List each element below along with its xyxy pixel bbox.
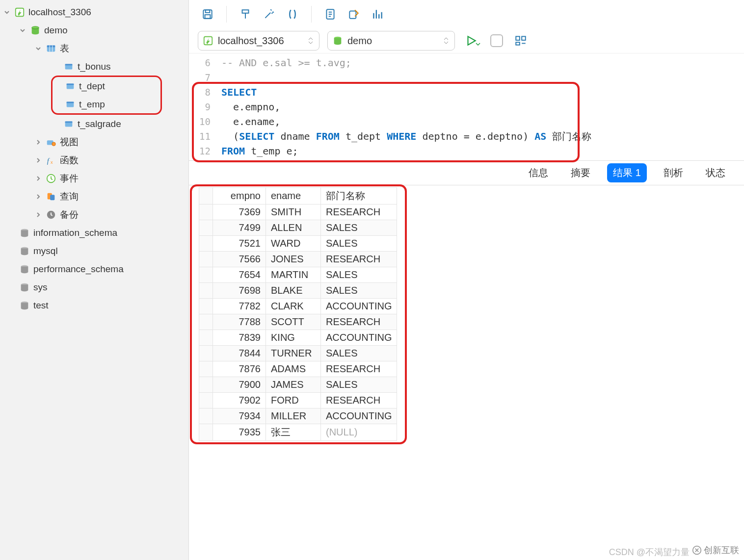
table-cell[interactable]: 7900 xyxy=(213,377,266,393)
tree-backups-folder[interactable]: 备份 xyxy=(0,205,188,224)
column-header[interactable]: empno xyxy=(213,188,266,204)
table-cell[interactable]: 张三 xyxy=(266,424,321,441)
tree-table-item[interactable]: t_bonus xyxy=(0,57,188,76)
table-cell[interactable]: ACCOUNTING xyxy=(321,408,397,424)
table-cell[interactable]: ADAMS xyxy=(266,361,321,377)
table-cell[interactable]: 7654 xyxy=(213,267,266,283)
tree-functions-folder[interactable]: fx 函数 xyxy=(0,151,188,169)
table-cell[interactable]: MARTIN xyxy=(266,267,321,283)
table-cell[interactable]: 7876 xyxy=(213,361,266,377)
table-row[interactable]: 7698BLAKESALES xyxy=(199,283,397,299)
table-cell[interactable]: 7521 xyxy=(213,236,266,252)
beautify-button[interactable] xyxy=(259,4,279,24)
tree-database[interactable]: performance_schema xyxy=(0,260,188,278)
connection-selector[interactable]: localhost_3306 xyxy=(198,31,319,51)
save-button[interactable] xyxy=(198,4,217,24)
tab-info[interactable]: 信息 xyxy=(523,163,554,182)
tab-summary[interactable]: 摘要 xyxy=(565,163,596,182)
table-cell[interactable]: SALES xyxy=(321,377,397,393)
table-cell[interactable]: RESEARCH xyxy=(321,252,397,267)
tree-database[interactable]: demo xyxy=(0,21,188,39)
table-cell[interactable]: 7698 xyxy=(213,283,266,299)
table-row[interactable]: 7839KINGACCOUNTING xyxy=(199,330,397,346)
table-cell[interactable]: 7788 xyxy=(213,314,266,330)
table-row[interactable]: 7876ADAMSRESEARCH xyxy=(199,361,397,377)
table-cell[interactable]: ALLEN xyxy=(266,220,321,236)
stop-button[interactable] xyxy=(490,34,503,47)
tree-connection[interactable]: localhost_3306 xyxy=(0,3,188,21)
explain-button[interactable] xyxy=(320,4,340,24)
parentheses-button[interactable] xyxy=(283,4,302,24)
tab-result[interactable]: 结果 1 xyxy=(607,163,647,182)
format-button[interactable] xyxy=(236,4,255,24)
table-cell[interactable]: 7934 xyxy=(213,408,266,424)
table-cell[interactable]: 7839 xyxy=(213,330,266,346)
tree-database[interactable]: information_schema xyxy=(0,224,188,242)
table-row[interactable]: 7935张三(NULL) xyxy=(199,424,397,441)
table-row[interactable]: 7782CLARKACCOUNTING xyxy=(199,299,397,314)
table-row[interactable]: 7369SMITHRESEARCH xyxy=(199,204,397,220)
export-button[interactable] xyxy=(344,4,364,24)
table-row[interactable]: 7499ALLENSALES xyxy=(199,220,397,236)
table-cell[interactable]: RESEARCH xyxy=(321,204,397,220)
table-row[interactable]: 7902FORDRESEARCH xyxy=(199,393,397,408)
chart-button[interactable] xyxy=(368,4,387,24)
table-row[interactable]: 7788SCOTTRESEARCH xyxy=(199,314,397,330)
table-cell[interactable]: SALES xyxy=(321,346,397,361)
table-cell[interactable]: 7902 xyxy=(213,393,266,408)
tree-database[interactable]: test xyxy=(0,296,188,314)
table-row[interactable]: 7934MILLERACCOUNTING xyxy=(199,408,397,424)
tree-tables-folder[interactable]: 表 xyxy=(0,39,188,57)
table-cell[interactable]: SALES xyxy=(321,267,397,283)
table-cell[interactable]: 7844 xyxy=(213,346,266,361)
table-cell[interactable]: SALES xyxy=(321,283,397,299)
table-cell[interactable]: CLARK xyxy=(266,299,321,314)
table-row[interactable]: 7844TURNERSALES xyxy=(199,346,397,361)
tree-table-item[interactable]: t_salgrade xyxy=(0,115,188,133)
table-cell[interactable]: RESEARCH xyxy=(321,361,397,377)
table-cell[interactable]: FORD xyxy=(266,393,321,408)
table-cell[interactable]: 7369 xyxy=(213,204,266,220)
table-cell[interactable]: 7782 xyxy=(213,299,266,314)
table-row[interactable]: 7521WARDSALES xyxy=(199,236,397,252)
table-cell[interactable]: RESEARCH xyxy=(321,393,397,408)
tab-profile[interactable]: 剖析 xyxy=(658,163,689,182)
table-row[interactable]: 7900JAMESSALES xyxy=(199,377,397,393)
table-cell[interactable]: KING xyxy=(266,330,321,346)
column-header[interactable]: 部门名称 xyxy=(321,188,397,204)
column-header[interactable]: ename xyxy=(266,188,321,204)
tree-events-folder[interactable]: 事件 xyxy=(0,169,188,187)
table-cell[interactable]: ACCOUNTING xyxy=(321,330,397,346)
table-cell[interactable]: SCOTT xyxy=(266,314,321,330)
table-cell[interactable]: 7566 xyxy=(213,252,266,267)
layout-button[interactable] xyxy=(511,31,531,51)
table-cell[interactable]: SALES xyxy=(321,220,397,236)
table-cell[interactable]: SALES xyxy=(321,236,397,252)
tree-views-folder[interactable]: 视图 xyxy=(0,133,188,151)
table-cell[interactable]: (NULL) xyxy=(321,424,397,441)
table-cell[interactable]: JONES xyxy=(266,252,321,267)
table-cell[interactable]: SMITH xyxy=(266,204,321,220)
run-button[interactable] xyxy=(463,31,482,51)
table-cell[interactable]: TURNER xyxy=(266,346,321,361)
table-row[interactable]: 7566JONESRESEARCH xyxy=(199,252,397,267)
results-table[interactable]: empnoename部门名称7369SMITHRESEARCH7499ALLEN… xyxy=(199,187,397,441)
tree-database[interactable]: sys xyxy=(0,278,188,296)
tree-database[interactable]: mysql xyxy=(0,242,188,260)
tree-table-item[interactable]: t_emp xyxy=(53,95,160,113)
database-selector[interactable]: demo xyxy=(327,31,455,51)
table-cell[interactable]: WARD xyxy=(266,236,321,252)
table-row[interactable]: 7654MARTINSALES xyxy=(199,267,397,283)
table-cell[interactable]: RESEARCH xyxy=(321,314,397,330)
tree-table-item[interactable]: t_dept xyxy=(53,77,160,95)
tree-queries-folder[interactable]: 查询 xyxy=(0,187,188,205)
table-cell[interactable]: ACCOUNTING xyxy=(321,299,397,314)
tab-status[interactable]: 状态 xyxy=(700,163,731,182)
table-cell[interactable]: 7935 xyxy=(213,424,266,441)
code-area[interactable]: -- AND e.sal >= t.avg; SELECT e.empno, e… xyxy=(214,53,744,160)
table-cell[interactable]: BLAKE xyxy=(266,283,321,299)
table-cell[interactable]: JAMES xyxy=(266,377,321,393)
table-cell[interactable]: 7499 xyxy=(213,220,266,236)
sql-editor[interactable]: 6789101112 -- AND e.sal >= t.avg; SELECT… xyxy=(189,53,744,161)
table-cell[interactable]: MILLER xyxy=(266,408,321,424)
